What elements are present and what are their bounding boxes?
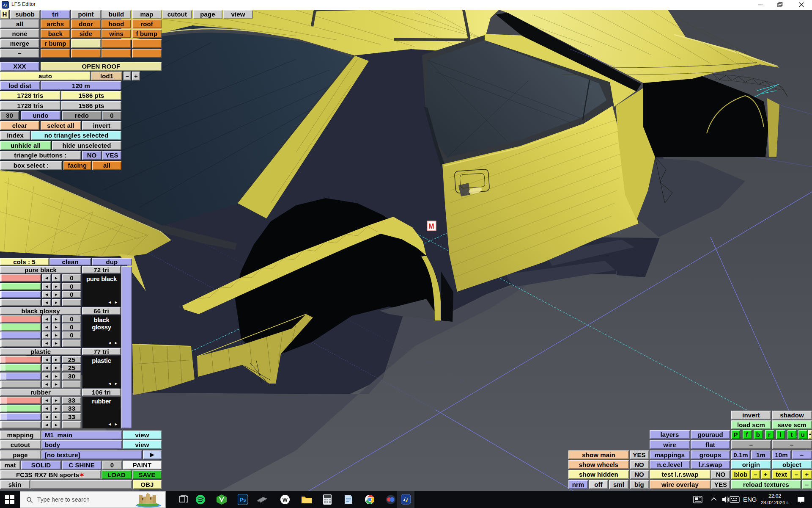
svg-text:Ps: Ps (240, 497, 246, 503)
svg-text:W: W (283, 497, 288, 503)
svg-text:M: M (428, 223, 434, 230)
